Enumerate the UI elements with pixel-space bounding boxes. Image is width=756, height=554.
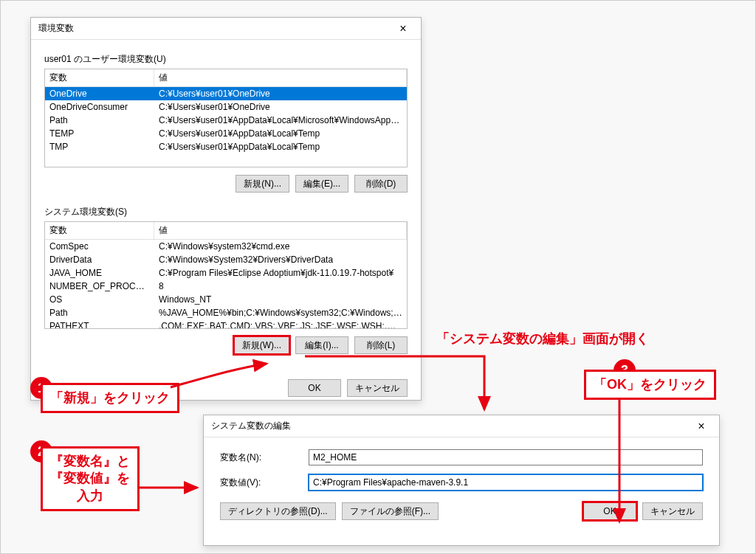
table-row[interactable]: TEMPC:¥Users¥user01¥AppData¥Local¥Temp — [45, 127, 407, 140]
user-vars-label: user01 のユーザー環境変数(U) — [44, 53, 408, 66]
edit-cancel-button[interactable]: キャンセル — [642, 502, 703, 520]
table-row[interactable]: OSWindows_NT — [45, 293, 407, 306]
dialog1-title: 環境変数 — [38, 22, 388, 35]
var-name-cell: OS — [45, 293, 154, 306]
close-icon[interactable]: × — [388, 18, 418, 39]
table-row[interactable]: ComSpecC:¥Windows¥system32¥cmd.exe — [45, 240, 407, 253]
table-row[interactable]: JAVA_HOMEC:¥Program Files¥Eclipse Adopti… — [45, 266, 407, 280]
var-value-cell: C:¥Windows¥system32¥cmd.exe — [154, 240, 407, 253]
sys-vars-table[interactable]: 変数 値 ComSpecC:¥Windows¥system32¥cmd.exeD… — [44, 221, 408, 329]
var-name-cell: Path — [45, 114, 154, 127]
var-name-cell: DriverData — [45, 253, 154, 266]
var-name-cell: PATHEXT — [45, 319, 154, 328]
table-row[interactable]: PathC:¥Users¥user01¥AppData¥Local¥Micros… — [45, 114, 407, 127]
var-value-cell: .COM;.EXE;.BAT;.CMD;.VBS;.VBE;.JS;.JSE;.… — [154, 319, 407, 328]
col-header-var[interactable]: 変数 — [45, 69, 154, 86]
table-row[interactable]: DriverDataC:¥Windows¥System32¥Drivers¥Dr… — [45, 253, 407, 266]
dialog1-titlebar: 環境変数 × — [31, 18, 421, 40]
var-name-label: 変数名(N): — [220, 451, 309, 464]
user-new-button[interactable]: 新規(N)... — [236, 175, 289, 193]
var-value-cell: C:¥Users¥user01¥OneDrive — [154, 100, 407, 114]
edit-ok-button[interactable]: OK — [583, 502, 636, 520]
col-header-val[interactable]: 値 — [154, 222, 407, 239]
user-edit-button[interactable]: 編集(E)... — [295, 175, 348, 193]
env-ok-button[interactable]: OK — [288, 379, 341, 397]
step3-callout: 「OK」をクリック — [584, 370, 716, 400]
var-value-cell: C:¥Users¥user01¥AppData¥Local¥Temp — [154, 127, 407, 140]
var-name-cell: TMP — [45, 140, 154, 153]
table-row[interactable]: PATHEXT.COM;.EXE;.BAT;.CMD;.VBS;.VBE;.JS… — [45, 319, 407, 328]
var-name-input[interactable] — [309, 449, 703, 465]
var-value-cell: C:¥Program Files¥Eclipse Adoptium¥jdk-11… — [154, 266, 407, 280]
user-vars-table[interactable]: 変数 値 OneDriveC:¥Users¥user01¥OneDriveOne… — [44, 69, 408, 167]
opens-annotation: 「システム変数の編集」画面が開く — [436, 330, 649, 347]
browse-dir-button[interactable]: ディレクトリの参照(D)... — [220, 502, 336, 520]
dialog2-titlebar: システム変数の編集 × — [204, 415, 719, 437]
env-vars-dialog: 環境変数 × user01 のユーザー環境変数(U) 変数 値 OneDrive… — [30, 17, 422, 401]
var-name-cell: ComSpec — [45, 240, 154, 253]
sys-vars-label: システム環境変数(S) — [44, 206, 408, 218]
table-row[interactable]: Path%JAVA_HOME%¥bin;C:¥Windows¥system32;… — [45, 306, 407, 319]
var-value-cell: C:¥Users¥user01¥AppData¥Local¥Temp — [154, 140, 407, 153]
edit-sys-var-dialog: システム変数の編集 × 変数名(N): 変数値(V): ディレクトリの参照(D)… — [203, 415, 720, 546]
sys-new-button[interactable]: 新規(W)... — [234, 336, 289, 354]
var-value-cell: C:¥Users¥user01¥AppData¥Local¥Microsoft¥… — [154, 114, 407, 127]
var-value-cell: C:¥Windows¥System32¥Drivers¥DriverData — [154, 253, 407, 266]
col-header-val[interactable]: 値 — [154, 69, 407, 86]
table-row[interactable]: TMPC:¥Users¥user01¥AppData¥Local¥Temp — [45, 140, 407, 153]
table-row[interactable]: NUMBER_OF_PROCESSORS8 — [45, 280, 407, 293]
var-name-cell: NUMBER_OF_PROCESSORS — [45, 280, 154, 293]
sys-edit-button[interactable]: 編集(I)... — [295, 336, 348, 354]
table-row[interactable]: OneDriveC:¥Users¥user01¥OneDrive — [45, 87, 407, 100]
env-cancel-button[interactable]: キャンセル — [347, 379, 408, 397]
var-value-cell: Windows_NT — [154, 293, 407, 306]
close-icon[interactable]: × — [687, 416, 716, 437]
var-value-cell: %JAVA_HOME%¥bin;C:¥Windows¥system32;C:¥W… — [154, 306, 407, 319]
var-value-label: 変数値(V): — [220, 477, 309, 489]
var-name-cell: Path — [45, 306, 154, 319]
var-name-cell: TEMP — [45, 127, 154, 140]
var-value-input[interactable] — [309, 474, 703, 491]
step2-callout: 『変数名』と 『変数値』を 入力 — [41, 446, 140, 511]
var-name-cell: JAVA_HOME — [45, 266, 154, 280]
table-row[interactable]: OneDriveConsumerC:¥Users¥user01¥OneDrive — [45, 100, 407, 114]
var-value-cell: 8 — [154, 280, 407, 293]
browse-file-button[interactable]: ファイルの参照(F)... — [342, 502, 439, 520]
user-delete-button[interactable]: 削除(D) — [354, 175, 408, 193]
step1-callout: 「新規」をクリック — [41, 383, 179, 413]
dialog2-title: システム変数の編集 — [211, 420, 687, 432]
var-value-cell: C:¥Users¥user01¥OneDrive — [154, 87, 407, 100]
var-name-cell: OneDrive — [45, 87, 154, 100]
sys-delete-button[interactable]: 削除(L) — [354, 336, 408, 354]
col-header-var[interactable]: 変数 — [45, 222, 154, 239]
var-name-cell: OneDriveConsumer — [45, 100, 154, 114]
